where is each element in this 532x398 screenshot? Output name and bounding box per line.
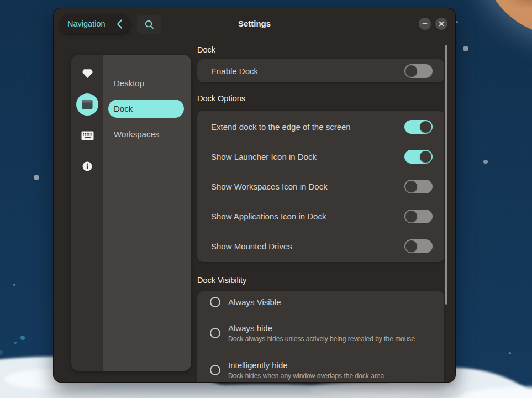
radio-always-visible[interactable] bbox=[210, 297, 220, 307]
toggle-launcher-icon[interactable] bbox=[404, 150, 433, 164]
search-icon bbox=[144, 19, 155, 30]
radio-description: Dock always hides unless actively being … bbox=[228, 334, 415, 343]
sidebar-item-workspaces[interactable]: Workspaces bbox=[108, 125, 184, 143]
sidebar-item-label: Desktop bbox=[114, 78, 144, 88]
desktop-window-icon bbox=[82, 100, 93, 109]
radio-label: Always hide bbox=[228, 323, 415, 333]
diamond-icon bbox=[82, 69, 93, 78]
sidebar-icon-rail bbox=[71, 55, 103, 371]
radio-row-intelligently-hide[interactable]: Intelligently hide Dock hides when any w… bbox=[197, 360, 444, 380]
setting-row-enable-dock[interactable]: Enable Dock bbox=[197, 59, 444, 82]
sidebar-nav-list: Desktop Dock Workspaces bbox=[103, 55, 191, 371]
star bbox=[509, 352, 511, 354]
keyboard-icon bbox=[81, 131, 94, 140]
section-header-dock-visibility: Dock Visibility bbox=[197, 276, 444, 285]
star bbox=[34, 175, 39, 180]
settings-window: Settings Navigation bbox=[53, 8, 456, 383]
setting-label: Show Launcher Icon in Dock bbox=[211, 152, 317, 161]
section-header-dock-options: Dock Options bbox=[197, 95, 444, 103]
star bbox=[463, 46, 468, 51]
setting-label: Show Applications Icon in Dock bbox=[211, 212, 326, 221]
toggle-knob bbox=[405, 240, 417, 252]
star bbox=[483, 160, 488, 164]
star bbox=[0, 350, 3, 355]
toggle-knob bbox=[405, 65, 417, 77]
setting-label: Extend dock to the edge of the screen bbox=[211, 122, 351, 132]
planet-illustration bbox=[481, 0, 532, 36]
radio-description: Dock hides when any window overlaps the … bbox=[228, 371, 384, 380]
toggle-knob bbox=[405, 211, 417, 222]
toggle-mounted-drives[interactable] bbox=[404, 239, 433, 253]
star bbox=[14, 342, 17, 344]
info-icon bbox=[82, 161, 92, 171]
radio-intelligently-hide[interactable] bbox=[210, 365, 220, 375]
toggle-workspaces-icon[interactable] bbox=[404, 180, 433, 193]
radio-label: Intelligently hide bbox=[228, 360, 384, 370]
toggle-enable-dock[interactable] bbox=[404, 64, 433, 78]
toggle-knob bbox=[420, 151, 431, 163]
minimize-icon bbox=[422, 20, 428, 27]
sidebar-item-label: Dock bbox=[114, 104, 133, 113]
snow-patch bbox=[309, 381, 453, 397]
setting-label: Show Workspaces Icon in Dock bbox=[211, 182, 328, 191]
sidebar-category-network[interactable] bbox=[76, 62, 98, 85]
setting-row-launcher-icon[interactable]: Show Launcher Icon in Dock bbox=[197, 142, 444, 171]
setting-row-extend-dock[interactable]: Extend dock to the edge of the screen bbox=[197, 112, 444, 142]
titlebar[interactable]: Settings Navigation bbox=[54, 8, 455, 39]
radio-row-always-hide[interactable]: Always hide Dock always hides unless act… bbox=[197, 323, 444, 343]
star bbox=[20, 336, 25, 340]
setting-row-workspaces-icon[interactable]: Show Workspaces Icon in Dock bbox=[197, 171, 444, 201]
navigation-label: Navigation bbox=[67, 19, 106, 28]
toggle-extend-dock[interactable] bbox=[404, 120, 433, 134]
setting-label: Enable Dock bbox=[211, 66, 258, 76]
sidebar: Desktop Dock Workspaces bbox=[71, 55, 191, 371]
close-icon bbox=[438, 20, 445, 27]
toggle-knob bbox=[405, 181, 417, 192]
sidebar-category-keyboard[interactable] bbox=[76, 124, 98, 146]
setting-row-applications-icon[interactable]: Show Applications Icon in Dock bbox=[197, 201, 444, 231]
window-controls bbox=[419, 8, 447, 39]
chevron-left-icon bbox=[117, 19, 123, 29]
sidebar-item-desktop[interactable]: Desktop bbox=[108, 74, 184, 92]
sidebar-item-dock[interactable]: Dock bbox=[108, 100, 184, 118]
radio-always-hide[interactable] bbox=[210, 328, 220, 338]
card-dock-options: Extend dock to the edge of the screen Sh… bbox=[197, 111, 444, 262]
radio-label: Always Visible bbox=[228, 297, 281, 307]
radio-row-always-visible[interactable]: Always Visible bbox=[197, 297, 444, 307]
sidebar-category-desktop[interactable] bbox=[76, 93, 98, 116]
card-dock: Enable Dock bbox=[197, 59, 444, 82]
navigation-button[interactable]: Navigation bbox=[59, 14, 130, 33]
scrollbar[interactable] bbox=[445, 45, 447, 305]
sidebar-category-about[interactable] bbox=[76, 155, 98, 177]
settings-content: Dock Enable Dock Dock Options Extend doc… bbox=[197, 46, 444, 383]
star bbox=[456, 21, 458, 23]
section-header-dock: Dock bbox=[197, 46, 444, 54]
toggle-applications-icon[interactable] bbox=[404, 210, 433, 223]
sidebar-item-label: Workspaces bbox=[114, 129, 159, 139]
setting-row-mounted-drives[interactable]: Show Mounted Drives bbox=[197, 231, 444, 261]
toggle-knob bbox=[420, 121, 431, 133]
setting-label: Show Mounted Drives bbox=[211, 242, 292, 251]
card-dock-visibility: Always Visible Always hide Dock always h… bbox=[197, 291, 444, 383]
minimize-button[interactable] bbox=[419, 18, 431, 30]
search-button[interactable] bbox=[137, 15, 161, 34]
close-button[interactable] bbox=[435, 18, 447, 30]
star bbox=[13, 284, 15, 286]
